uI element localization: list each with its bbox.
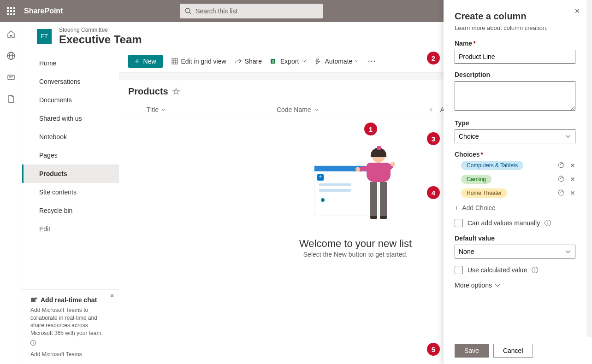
nav-documents[interactable]: Documents [22, 91, 119, 109]
grid-icon [171, 58, 178, 65]
news-icon[interactable] [6, 73, 16, 83]
more-options-button[interactable]: More options [455, 282, 575, 289]
palette-icon[interactable] [558, 161, 565, 170]
svg-point-19 [562, 163, 563, 164]
cancel-button[interactable]: Cancel [493, 344, 533, 358]
export-button[interactable]: X Export [270, 58, 306, 65]
plus-icon: + [429, 106, 433, 113]
choice-pill[interactable]: Computers & Tablets [461, 161, 523, 170]
checkbox-input[interactable] [455, 219, 463, 227]
calculated-value-label: Use calculated value [468, 266, 527, 274]
choices-label: Choices* [455, 151, 575, 158]
delete-choice-icon[interactable]: ✕ [570, 176, 575, 183]
column-code-name[interactable]: Code Name [277, 106, 319, 113]
plus-icon: + [135, 58, 140, 65]
choice-pill[interactable]: Home Theater [461, 188, 507, 198]
choice-row: Gaming ✕ [455, 175, 575, 184]
nav-edit[interactable]: Edit [22, 220, 119, 238]
learn-more-link[interactable]: Learn more about column creation. [455, 24, 575, 31]
site-logo[interactable]: ET [37, 29, 52, 44]
nav-site-contents[interactable]: Site contents [22, 183, 119, 201]
palette-icon[interactable] [558, 189, 565, 198]
info-icon[interactable]: i [30, 340, 36, 346]
choices-list: Computers & Tablets ✕ Gaming ✕ Home Thea… [455, 161, 575, 198]
default-value-select[interactable] [455, 245, 575, 258]
svg-point-21 [561, 176, 562, 177]
share-icon [235, 58, 242, 65]
name-label: Name* [455, 40, 575, 47]
callout-1: 1 [364, 123, 377, 135]
svg-rect-10 [172, 59, 178, 64]
svg-point-24 [561, 190, 562, 191]
manual-values-label: Can add values manually [468, 219, 540, 227]
type-label: Type [455, 119, 575, 127]
svg-point-18 [561, 163, 562, 164]
nav-products[interactable]: Products [22, 164, 119, 183]
svg-point-20 [560, 178, 561, 179]
nav-home[interactable]: Home [22, 54, 119, 72]
chevron-down-icon [161, 107, 166, 112]
chevron-down-icon [314, 107, 319, 112]
nav-conversations[interactable]: Conversations [22, 72, 119, 91]
parent-site-link[interactable]: Steering Committee [59, 27, 142, 33]
checkbox-input[interactable] [455, 266, 463, 274]
search-box[interactable]: Search this list [180, 4, 323, 18]
palette-icon[interactable] [558, 175, 565, 184]
delete-choice-icon[interactable]: ✕ [570, 189, 575, 197]
nav-recycle-bin[interactable]: Recycle bin [22, 201, 119, 220]
info-icon[interactable]: i [532, 267, 538, 273]
site-nav: Home Conversations Documents Shared with… [22, 50, 119, 364]
callout-5: 5 [427, 343, 440, 356]
svg-point-22 [562, 177, 563, 178]
svg-point-0 [185, 8, 190, 13]
favorite-star-icon[interactable]: ☆ [172, 86, 180, 97]
nav-shared-with-us[interactable]: Shared with us [22, 109, 119, 128]
app-launcher-icon[interactable] [0, 0, 22, 22]
choice-pill[interactable]: Gaming [461, 175, 491, 184]
edit-grid-button[interactable]: Edit in grid view [171, 58, 226, 65]
new-button[interactable]: + New [128, 55, 163, 68]
teams-promo-close-icon[interactable]: ✕ [110, 293, 114, 299]
svg-rect-5 [8, 75, 14, 80]
nav-notebook[interactable]: Notebook [22, 128, 119, 146]
chevron-down-icon [302, 59, 306, 64]
share-button[interactable]: Share [235, 58, 262, 65]
teams-promo-link[interactable]: Add Microsoft Teams [30, 351, 111, 358]
nav-pages[interactable]: Pages [22, 146, 119, 164]
svg-rect-8 [31, 298, 36, 302]
panel-footer: Save Cancel [444, 337, 592, 364]
callout-2: 2 [427, 52, 440, 65]
svg-line-1 [189, 12, 191, 14]
delete-choice-icon[interactable]: ✕ [570, 162, 575, 169]
flow-icon [314, 58, 322, 65]
teams-icon [30, 296, 38, 304]
description-input[interactable] [455, 81, 575, 111]
column-title[interactable]: Title [147, 106, 166, 113]
add-choice-button[interactable]: +Add Choice [455, 204, 575, 211]
svg-point-17 [560, 164, 561, 165]
calculated-value-checkbox[interactable]: Use calculated value i [455, 266, 575, 274]
globe-icon[interactable] [6, 51, 16, 62]
info-icon[interactable]: i [545, 220, 551, 226]
more-commands-button[interactable]: ··· [368, 58, 376, 65]
automate-button[interactable]: Automate [314, 58, 360, 65]
brand-label: SharePoint [24, 7, 63, 15]
excel-icon: X [270, 58, 278, 65]
empty-illustration: + [314, 147, 397, 225]
teams-promo-body: Add Microsoft Teams to collaborate in re… [30, 306, 111, 337]
search-icon [184, 7, 192, 15]
panel-close-icon[interactable]: ✕ [574, 7, 580, 15]
home-icon[interactable] [6, 29, 16, 40]
search-placeholder: Search this list [195, 7, 237, 15]
file-icon[interactable] [6, 94, 16, 105]
name-input[interactable] [455, 50, 575, 64]
chevron-down-icon [355, 59, 360, 64]
svg-text:X: X [272, 59, 274, 64]
description-label: Description [455, 71, 575, 78]
type-select[interactable] [455, 129, 575, 143]
panel-title: Create a column [455, 11, 575, 22]
save-button[interactable]: Save [455, 344, 489, 358]
manual-values-checkbox[interactable]: Can add values manually i [455, 219, 575, 227]
teams-promo-title: Add real-time chat [30, 296, 97, 304]
new-button-label: New [143, 58, 156, 65]
